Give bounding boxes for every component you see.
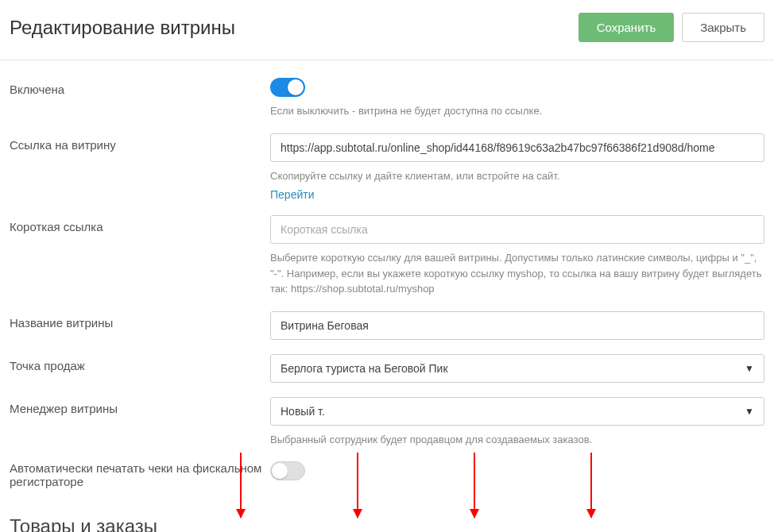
enabled-label: Включена xyxy=(10,78,270,96)
goto-link[interactable]: Перейти xyxy=(270,188,314,201)
auto-print-label: Автоматически печатать чеки на фискально… xyxy=(10,461,270,488)
link-help: Скопируйте ссылку и дайте клиентам, или … xyxy=(270,168,764,184)
manager-label: Менеджер витрины xyxy=(10,397,270,415)
enabled-help: Если выключить - витрина не будет доступ… xyxy=(270,103,764,119)
manager-value: Новый т. xyxy=(281,405,325,418)
pos-select[interactable]: Берлога туриста на Беговой Пик ▼ xyxy=(270,354,764,383)
save-button[interactable]: Сохранить xyxy=(579,13,675,42)
short-link-help: Выберите короткую ссылку для вашей витри… xyxy=(270,250,764,297)
name-label: Название витрины xyxy=(10,311,270,330)
manager-help: Выбранный сотрудник будет продавцом для … xyxy=(270,432,764,448)
chevron-down-icon: ▼ xyxy=(745,363,754,374)
link-input[interactable] xyxy=(270,133,764,162)
short-link-label: Короткая ссылка xyxy=(10,215,270,233)
name-input[interactable] xyxy=(270,311,764,340)
close-button[interactable]: Закрыть xyxy=(682,13,764,42)
link-label: Ссылка на витрину xyxy=(10,133,270,152)
chevron-down-icon: ▼ xyxy=(745,406,754,417)
goods-section-title: Товары и заказы xyxy=(10,515,764,532)
short-link-input[interactable] xyxy=(270,215,764,244)
auto-print-toggle[interactable] xyxy=(270,461,305,480)
manager-select[interactable]: Новый т. ▼ xyxy=(270,397,764,426)
page-title: Редактирование витрины xyxy=(10,17,235,39)
annotation-arrow-icon xyxy=(590,453,592,518)
annotation-arrow-icon xyxy=(357,453,358,518)
pos-label: Точка продаж xyxy=(10,354,270,372)
annotation-arrow-icon xyxy=(240,453,242,518)
annotation-arrow-icon xyxy=(474,453,475,518)
enabled-toggle[interactable] xyxy=(270,78,305,97)
pos-value: Берлога туриста на Беговой Пик xyxy=(281,362,448,375)
